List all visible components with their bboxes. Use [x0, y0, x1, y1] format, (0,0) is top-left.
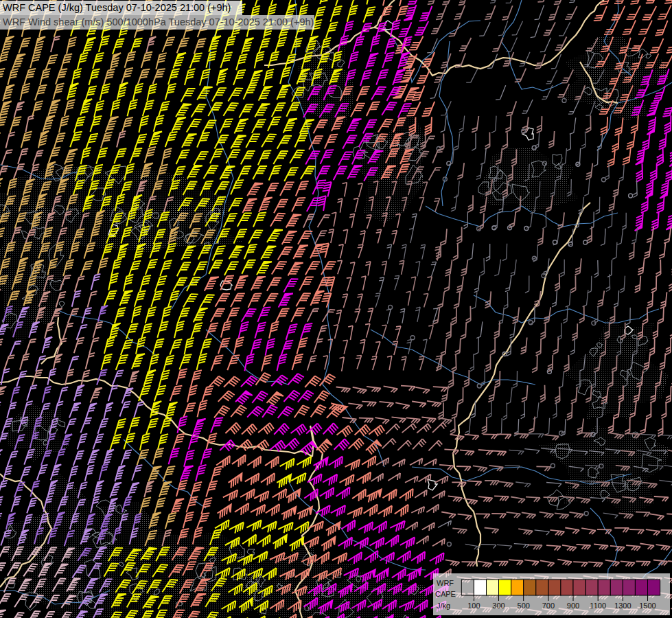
svg-text:CAPE: CAPE	[435, 590, 456, 598]
svg-text:700: 700	[542, 602, 555, 610]
svg-text:WRF: WRF	[437, 579, 454, 587]
svg-text:1300: 1300	[614, 602, 631, 610]
svg-text:100: 100	[467, 602, 480, 610]
svg-text:1100: 1100	[590, 602, 606, 610]
svg-text:300: 300	[492, 602, 505, 610]
svg-text:900: 900	[567, 602, 579, 610]
svg-text:500: 500	[518, 602, 530, 610]
svg-text:1500: 1500	[639, 602, 656, 610]
svg-text:J/kg: J/kg	[437, 602, 450, 610]
